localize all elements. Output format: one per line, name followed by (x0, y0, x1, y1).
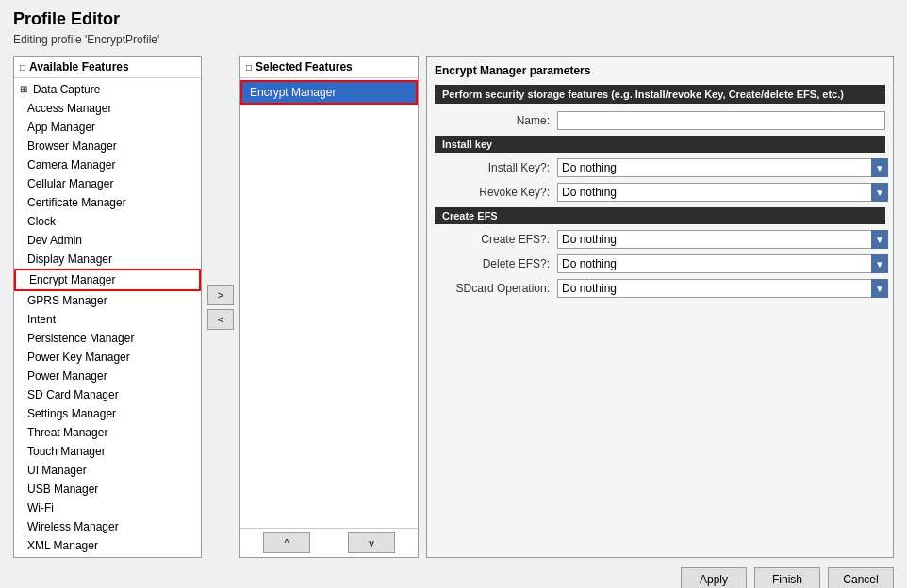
revoke-key-value: Do nothing (558, 186, 871, 199)
name-row: Name: (435, 111, 885, 130)
available-item-dev-admin[interactable]: Dev Admin (14, 231, 201, 250)
name-label: Name: (435, 114, 557, 127)
remove-button[interactable]: < (207, 309, 234, 330)
sdcard-op-select[interactable]: Do nothing ▼ (557, 279, 885, 298)
create-efs-select[interactable]: Do nothing ▼ (557, 230, 885, 249)
create-efs-row: Create EFS?: Do nothing ▼ (435, 230, 885, 249)
cancel-button[interactable]: Cancel (828, 567, 894, 588)
available-item-sd-card-manager[interactable]: SD Card Manager (14, 385, 201, 404)
install-key-value: Do nothing (558, 161, 871, 174)
available-item-power-key-manager[interactable]: Power Key Manager (14, 348, 201, 367)
delete-efs-value: Do nothing (558, 257, 871, 270)
panels-row: □ Available Features ⊞ Data Capture Acce… (13, 56, 894, 558)
parameters-title: Encrypt Manager parameters (435, 64, 885, 77)
delete-efs-select[interactable]: Do nothing ▼ (557, 254, 885, 273)
available-item-access-manager[interactable]: Access Manager (14, 99, 201, 118)
available-item-app-manager[interactable]: App Manager (14, 118, 201, 137)
delete-efs-arrow[interactable]: ▼ (871, 254, 888, 273)
create-efs-arrow[interactable]: ▼ (871, 230, 888, 249)
bottom-bar: Apply Finish Cancel (13, 558, 894, 588)
data-capture-group: ⊞ Data Capture (14, 80, 201, 99)
name-input[interactable] (557, 111, 885, 130)
available-item-persistence-manager[interactable]: Persistence Manager (14, 329, 201, 348)
sdcard-op-label: SDcard Operation: (435, 282, 557, 295)
available-item-usb-manager[interactable]: USB Manager (14, 480, 201, 498)
available-features-label: Available Features (29, 60, 129, 74)
available-features-list: ⊞ Data Capture Access ManagerApp Manager… (14, 78, 201, 557)
available-item-cellular-manager[interactable]: Cellular Manager (14, 174, 201, 193)
selected-encrypt-manager[interactable]: Encrypt Manager (240, 80, 418, 105)
install-key-header: Install key (435, 136, 885, 153)
sdcard-op-arrow[interactable]: ▼ (871, 279, 888, 298)
install-key-label: Install Key?: (435, 161, 557, 174)
available-item-encrypt-manager[interactable]: Encrypt Manager (14, 269, 201, 291)
minus-icon[interactable]: □ (20, 62, 25, 73)
add-button[interactable]: > (207, 285, 234, 305)
selected-features-header: □ Selected Features (240, 57, 418, 78)
available-item-threat-manager[interactable]: Threat Manager (14, 423, 201, 442)
available-item-intent[interactable]: Intent (14, 310, 201, 329)
available-item-display-manager[interactable]: Display Manager (14, 250, 201, 269)
available-items-container: Access ManagerApp ManagerBrowser Manager… (14, 99, 201, 555)
available-item-xml-manager[interactable]: XML Manager (14, 536, 201, 555)
main-container: Profile Editor Editing profile 'EncryptP… (0, 0, 907, 588)
available-features-header: □ Available Features (14, 57, 201, 78)
available-features-panel: □ Available Features ⊞ Data Capture Acce… (13, 56, 202, 558)
available-item-settings-manager[interactable]: Settings Manager (14, 404, 201, 423)
sdcard-op-value: Do nothing (558, 282, 871, 295)
data-capture-text: Data Capture (33, 81, 100, 98)
param-description: Perform security storage features (e.g. … (435, 85, 885, 104)
available-item-touch-manager[interactable]: Touch Manager (14, 442, 201, 461)
delete-efs-label: Delete EFS?: (435, 257, 557, 270)
install-key-select[interactable]: Do nothing ▼ (557, 158, 885, 177)
move-up-button[interactable]: ^ (263, 532, 310, 553)
selected-features-panel: □ Selected Features Encrypt Manager ^ v (239, 56, 419, 558)
revoke-key-label: Revoke Key?: (435, 186, 557, 199)
available-item-camera-manager[interactable]: Camera Manager (14, 155, 201, 174)
install-key-row: Install Key?: Do nothing ▼ (435, 158, 885, 177)
revoke-key-arrow[interactable]: ▼ (871, 183, 888, 202)
available-item-gprs-manager[interactable]: GPRS Manager (14, 291, 201, 310)
move-buttons: ^ v (240, 528, 418, 557)
available-item-ui-manager[interactable]: UI Manager (14, 461, 201, 480)
move-down-button[interactable]: v (348, 532, 395, 553)
available-item-clock[interactable]: Clock (14, 212, 201, 231)
available-item-wireless-manager[interactable]: Wireless Manager (14, 517, 201, 536)
selected-list: Encrypt Manager (240, 78, 418, 528)
delete-efs-row: Delete EFS?: Do nothing ▼ (435, 254, 885, 273)
expand-icon: ⊞ (20, 81, 29, 98)
create-efs-value: Do nothing (558, 233, 871, 246)
revoke-key-row: Revoke Key?: Do nothing ▼ (435, 183, 885, 202)
page-title: Profile Editor (13, 9, 894, 29)
apply-button[interactable]: Apply (681, 567, 747, 588)
sdcard-op-row: SDcard Operation: Do nothing ▼ (435, 279, 885, 298)
available-item-browser-manager[interactable]: Browser Manager (14, 137, 201, 155)
data-capture-label[interactable]: ⊞ Data Capture (20, 81, 195, 98)
parameters-panel: Encrypt Manager parameters Perform secur… (426, 56, 894, 558)
install-key-arrow[interactable]: ▼ (871, 158, 888, 177)
available-item-power-manager[interactable]: Power Manager (14, 367, 201, 385)
available-item-wi-fi[interactable]: Wi-Fi (14, 498, 201, 517)
create-efs-label: Create EFS?: (435, 233, 557, 246)
revoke-key-select[interactable]: Do nothing ▼ (557, 183, 885, 202)
subtitle: Editing profile 'EncryptProfile' (13, 33, 894, 46)
selected-minus-icon[interactable]: □ (246, 62, 252, 73)
available-item-certificate-manager[interactable]: Certificate Manager (14, 193, 201, 212)
finish-button[interactable]: Finish (754, 567, 820, 588)
transfer-buttons: > < (202, 56, 239, 558)
create-efs-header: Create EFS (435, 207, 885, 224)
selected-features-label: Selected Features (256, 60, 353, 74)
